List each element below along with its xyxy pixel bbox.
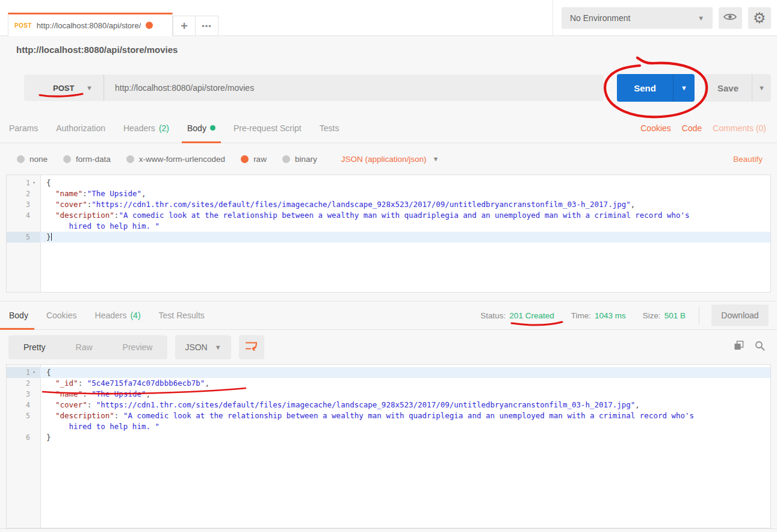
body-filled-dot xyxy=(210,125,215,131)
time-label: Time: xyxy=(571,311,591,320)
beautify-link[interactable]: Beautify xyxy=(733,155,763,164)
tab-tests[interactable]: Tests xyxy=(320,113,339,143)
status-value: 201 Created xyxy=(509,311,554,320)
chevron-down-icon: ▼ xyxy=(86,84,93,91)
tab-body[interactable]: Body xyxy=(187,113,215,143)
copy-icon xyxy=(734,341,744,353)
text-cursor xyxy=(51,233,52,241)
tab-headers[interactable]: Headers(2) xyxy=(123,113,169,143)
response-format-value: JSON xyxy=(185,342,207,352)
response-toolbar: Pretty Raw Preview JSON ▼ xyxy=(0,330,777,364)
body-type-none[interactable]: none xyxy=(17,155,48,164)
code-line: 2"_id": "5c4e715fa74c07dbbb6ecb7b", xyxy=(7,378,770,389)
view-pretty[interactable]: Pretty xyxy=(8,335,61,359)
body-type-form-data[interactable]: form-data xyxy=(63,155,111,164)
code-link[interactable]: Code xyxy=(682,123,702,133)
view-preview[interactable]: Preview xyxy=(108,335,168,359)
search-icon xyxy=(755,341,765,353)
new-tab-button[interactable]: + xyxy=(173,16,196,36)
response-tab-body[interactable]: Body xyxy=(9,302,28,329)
code-line: 5"description": "A comedic look at the r… xyxy=(7,410,770,421)
postman-app: POST http://localhost:8080/api/store/ + … xyxy=(0,0,777,532)
tab-pre-request-script[interactable]: Pre-request Script xyxy=(234,113,302,143)
environment-selector[interactable]: No Environment ▼ xyxy=(562,7,713,29)
request-body-editor[interactable]: 1▾{2"name":"The Upside",3"cover":"https:… xyxy=(6,175,771,292)
environment-selected-label: No Environment xyxy=(570,13,630,23)
fold-caret-icon[interactable]: ▾ xyxy=(30,178,38,188)
code-line: 6} xyxy=(7,432,770,443)
tab-params[interactable]: Params xyxy=(9,113,38,143)
request-title-row: http://localhost:8080/api/store/movies xyxy=(0,36,777,63)
copy-response-button[interactable] xyxy=(734,341,744,353)
code-line: 1▾{ xyxy=(7,178,770,188)
send-options-button[interactable]: ▼ xyxy=(673,74,695,102)
chevron-down-icon: ▼ xyxy=(758,84,765,91)
code-line: 2"name":"The Upside", xyxy=(7,188,770,199)
response-tabs: Body Cookies Headers(4) Test Results Sta… xyxy=(0,301,777,330)
save-options-button[interactable]: ▼ xyxy=(752,74,771,102)
radio-selected-icon xyxy=(241,155,249,163)
time-value: 1043 ms xyxy=(595,311,626,320)
view-raw[interactable]: Raw xyxy=(61,335,108,359)
request-tab[interactable]: POST http://localhost:8080/api/store/ xyxy=(8,13,173,36)
word-wrap-icon xyxy=(245,341,258,353)
body-type-binary[interactable]: binary xyxy=(282,155,317,164)
tab-authorization[interactable]: Authorization xyxy=(56,113,105,143)
radio-icon xyxy=(63,155,71,163)
code-line: 1▾{ xyxy=(7,367,770,378)
environment-area: No Environment ▼ ⚙ xyxy=(553,0,777,36)
code-line: 5} xyxy=(7,232,770,243)
save-button-group: Save ▼ xyxy=(704,74,771,102)
body-type-row: none form-data x-www-form-urlencoded raw… xyxy=(0,143,777,175)
url-group: POST ▼ http://localhost:8080/api/store/m… xyxy=(24,75,604,101)
response-body-editor[interactable]: 1▾{2"_id": "5c4e715fa74c07dbbb6ecb7b",3"… xyxy=(6,364,771,528)
url-input[interactable]: http://localhost:8080/api/store/movies xyxy=(104,75,604,101)
code-line: hired to help him. " xyxy=(7,221,770,232)
chevron-down-icon: ▼ xyxy=(698,14,704,22)
response-status-bar: Status: 201 Created Time: 1043 ms Size: … xyxy=(480,305,769,326)
search-response-button[interactable] xyxy=(755,341,765,353)
eye-icon xyxy=(723,13,737,23)
divider xyxy=(699,307,699,324)
more-tabs-button[interactable]: ••• xyxy=(196,16,218,36)
response-view-switcher: Pretty Raw Preview xyxy=(8,335,167,359)
radio-icon xyxy=(282,155,290,163)
body-type-x-www-form-urlencoded[interactable]: x-www-form-urlencoded xyxy=(126,155,225,164)
size-value: 501 B xyxy=(664,311,686,320)
method-select[interactable]: POST ▼ xyxy=(24,75,104,101)
unsaved-indicator-dot xyxy=(146,22,153,29)
code-line: 3"name": "The Upside", xyxy=(7,389,770,400)
wrap-lines-button[interactable] xyxy=(239,335,264,359)
method-select-value: POST xyxy=(53,84,74,93)
response-tab-headers[interactable]: Headers(4) xyxy=(95,302,141,329)
radio-icon xyxy=(126,155,134,163)
response-tools xyxy=(734,341,765,353)
save-button[interactable]: Save xyxy=(704,74,752,102)
response-format-select[interactable]: JSON ▼ xyxy=(175,335,231,359)
code-line: 4"cover": "https://cdn1.thr.com/sites/de… xyxy=(7,400,770,410)
request-tabs: Params Authorization Headers(2) Body Pre… xyxy=(0,113,777,143)
environment-quick-look-button[interactable] xyxy=(719,7,741,29)
comments-link[interactable]: Comments (0) xyxy=(713,123,766,133)
send-button[interactable]: Send xyxy=(617,74,673,102)
status-label: Status: xyxy=(480,311,506,320)
chevron-down-icon: ▼ xyxy=(432,155,439,162)
code-line: 3"cover":"https://cdn1.thr.com/sites/def… xyxy=(7,199,770,210)
section-gap xyxy=(0,292,777,301)
tab-method-badge: POST xyxy=(14,22,32,29)
request-title: http://localhost:8080/api/store/movies xyxy=(16,45,178,55)
tab-url-label: http://localhost:8080/api/store/ xyxy=(37,21,141,30)
response-tab-cookies[interactable]: Cookies xyxy=(46,302,77,329)
response-headers-count: (4) xyxy=(130,311,140,320)
fold-caret-icon[interactable]: ▾ xyxy=(30,367,38,378)
size-label: Size: xyxy=(643,311,661,320)
header-bar: POST http://localhost:8080/api/store/ + … xyxy=(0,0,777,36)
download-button[interactable]: Download xyxy=(711,305,769,326)
body-type-raw[interactable]: raw xyxy=(241,155,267,164)
cookies-link[interactable]: Cookies xyxy=(640,123,671,133)
settings-button[interactable]: ⚙ xyxy=(748,7,771,29)
content-type-select[interactable]: JSON (application/json) ▼ xyxy=(341,155,439,164)
response-tab-test-results[interactable]: Test Results xyxy=(159,302,205,329)
url-input-value: http://localhost:8080/api/store/movies xyxy=(115,83,254,93)
gear-icon: ⚙ xyxy=(753,11,766,25)
